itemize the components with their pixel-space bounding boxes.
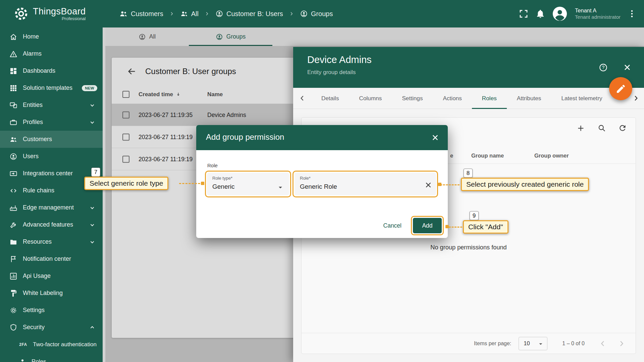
tab-settings[interactable]: Settings <box>392 88 433 109</box>
user-avatar[interactable] <box>552 6 568 21</box>
annotation-connector-8 <box>440 184 460 185</box>
fullscreen-button[interactable] <box>519 9 529 19</box>
sidebar-item-edge-management[interactable]: Edge management <box>0 199 103 216</box>
notifications-button[interactable] <box>535 9 545 19</box>
tab-latest-telemetry[interactable]: Latest telemetry <box>551 88 612 109</box>
help-icon <box>599 63 608 72</box>
sidebar-item-users[interactable]: Users <box>0 148 103 165</box>
refresh-button[interactable] <box>618 124 627 133</box>
drawer-close-button[interactable] <box>623 63 632 72</box>
sidebar-item-customers[interactable]: Customers <box>0 131 103 148</box>
sidebar-item-solution-templates[interactable]: Solution templatesNEW <box>0 79 103 97</box>
annotation-anchor-7 <box>201 182 204 185</box>
person-icon <box>19 358 26 362</box>
annotation-highlight-role: Role* Generic Role <box>292 171 438 197</box>
sidebar-item-label: Customers <box>23 136 52 143</box>
breadcrumb-label: Groups <box>311 10 333 18</box>
tab-columns[interactable]: Columns <box>349 88 392 109</box>
close-icon <box>623 63 632 72</box>
tabs-scroll-left-button[interactable] <box>298 94 307 103</box>
tab-attributes[interactable]: Attributes <box>507 88 551 109</box>
chevron-down-icon <box>89 119 96 126</box>
role-section-label: Role <box>207 163 218 168</box>
step-badge-8: 8 <box>464 169 473 178</box>
sidebar-item-home[interactable]: Home <box>0 28 103 45</box>
dialog-actions: Cancel Add <box>383 216 444 235</box>
sidebar-item-api-usage[interactable]: Api Usage <box>0 267 103 285</box>
sidebar-item-label: Users <box>23 153 39 160</box>
caret-down-icon[interactable] <box>276 183 284 191</box>
sidebar-item-two-factor-auth[interactable]: 2FATwo-factor authentication <box>0 336 103 353</box>
tab-details[interactable]: Details <box>311 88 349 109</box>
sidebar-item-advanced-features[interactable]: Advanced features <box>0 216 103 233</box>
sidebar-item-profiles[interactable]: Profiles <box>0 114 103 131</box>
sidebar-item-alarms[interactable]: Alarms <box>0 45 103 62</box>
sidebar-item-dashboards[interactable]: Dashboards <box>0 62 103 79</box>
app-logo: ThingsBoard Professional <box>13 6 86 21</box>
dialog-close-button[interactable] <box>431 133 440 142</box>
annotation-anchor-8 <box>438 183 441 186</box>
drawer-title: Device Admins <box>307 54 372 65</box>
annotation-highlight-add: Add <box>411 216 444 235</box>
chevron-up-icon <box>89 324 96 331</box>
sidebar-item-label: Home <box>23 33 39 40</box>
sidebar-item-resources[interactable]: Resources <box>0 233 103 250</box>
sidebar-item-entities[interactable]: Entities <box>0 97 103 114</box>
tab-actions[interactable]: Actions <box>433 88 472 109</box>
shield-icon <box>9 323 17 331</box>
sidebar-item-notification-center[interactable]: Notification center <box>0 250 103 267</box>
flag-icon <box>9 255 17 263</box>
items-per-page-select[interactable]: 10 <box>519 337 547 350</box>
sidebar-item-label: Profiles <box>23 119 43 126</box>
search-icon <box>597 124 606 132</box>
sidebar-item-settings[interactable]: Settings <box>0 302 103 319</box>
sidebar-item-roles[interactable]: Roles <box>0 353 103 362</box>
annotation-anchor-9 <box>445 225 449 228</box>
breadcrumb-label: All <box>191 10 199 18</box>
thingsboard-logo-icon <box>13 6 29 21</box>
chevron-right-icon <box>617 339 626 348</box>
field-value: Generic Role <box>300 183 337 190</box>
cancel-button[interactable]: Cancel <box>383 222 401 229</box>
sidebar-item-white-labeling[interactable]: White Labeling <box>0 285 103 302</box>
tab-roles[interactable]: Roles <box>472 88 507 109</box>
sidebar-item-label: Settings <box>23 307 45 314</box>
sidebar-item-security[interactable]: Security <box>0 319 103 336</box>
previous-page-button[interactable] <box>598 339 607 348</box>
breadcrumb-groups[interactable]: Groups <box>300 10 333 18</box>
role-type-select[interactable]: Role type* Generic <box>207 173 289 195</box>
tenant-role: Tenant administrator <box>575 14 621 20</box>
breadcrumb-label: Customer B: Users <box>226 10 283 18</box>
more-menu-button[interactable] <box>627 9 637 18</box>
add-permission-button[interactable] <box>576 124 585 133</box>
customers-icon <box>9 135 17 143</box>
wrench-icon <box>9 221 17 229</box>
sidebar-item-label: Solution templates <box>23 84 72 92</box>
sidebar-item-label: Edge management <box>23 204 74 211</box>
next-page-button[interactable] <box>617 339 626 348</box>
breadcrumb-customer-b-users[interactable]: Customer B: Users <box>215 10 283 18</box>
sidebar-item-label: Resources <box>23 238 52 245</box>
paginator: Items per page: 10 1 – 0 of 0 <box>302 333 636 354</box>
app-root: ThingsBoard Professional Customers All C… <box>0 0 644 362</box>
annotation-callout-8: Select previously created generic role <box>461 178 589 191</box>
breadcrumb-all[interactable]: All <box>180 10 199 18</box>
drawer-subtitle: Entity group details <box>307 69 356 76</box>
top-header: ThingsBoard Professional Customers All C… <box>0 0 644 27</box>
clear-field-button[interactable] <box>424 181 433 189</box>
field-value: Generic <box>212 183 235 190</box>
column-header-group-name[interactable]: Group name <box>471 153 504 159</box>
help-button[interactable] <box>599 63 608 72</box>
breadcrumb-customers[interactable]: Customers <box>119 9 163 18</box>
sidebar-item-label: Rule chains <box>23 187 54 194</box>
edit-fab-button[interactable] <box>609 77 632 100</box>
annotation-connector-9 <box>449 227 462 228</box>
sidebar-item-label: Dashboards <box>23 67 55 74</box>
code-icon <box>9 187 17 195</box>
annotation-callout-7: Select generic role type <box>84 177 168 190</box>
search-button[interactable] <box>597 124 606 133</box>
add-button[interactable]: Add <box>413 218 442 233</box>
bell-icon <box>535 9 545 19</box>
column-header-group-owner[interactable]: Group owner <box>534 153 569 159</box>
role-select[interactable]: Role* Generic Role <box>294 173 436 195</box>
